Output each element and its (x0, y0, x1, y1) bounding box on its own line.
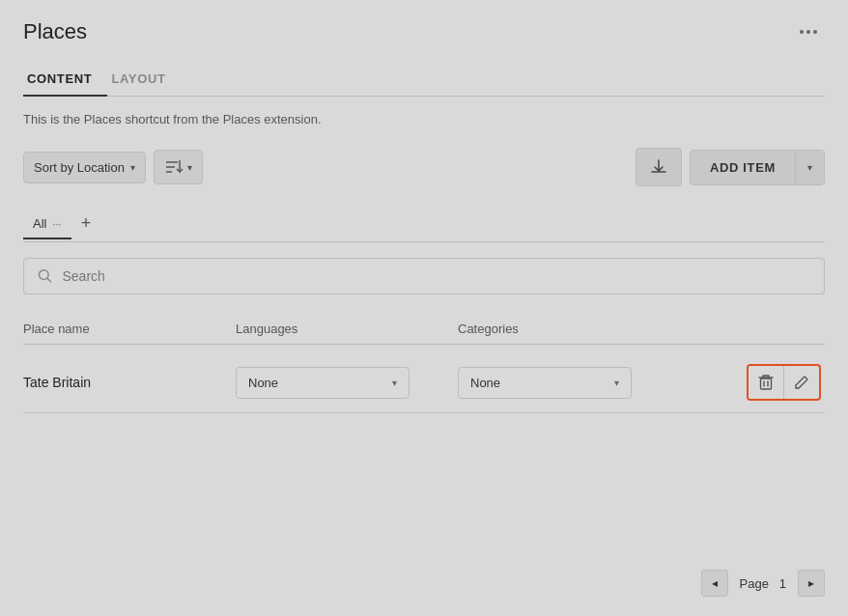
tab-content[interactable]: CONTENT (23, 62, 107, 96)
edit-icon (794, 375, 809, 390)
prev-page-button[interactable]: ◂ (701, 570, 728, 597)
languages-select[interactable]: None ▾ (236, 367, 410, 399)
row-actions (680, 364, 825, 401)
table-header: Place name Languages Categories (23, 314, 825, 345)
download-icon (650, 158, 667, 176)
tab-layout[interactable]: LAYOUT (107, 62, 181, 96)
pagination: ◂ Page 1 ▸ (23, 554, 825, 597)
col-place-name: Place name (23, 322, 236, 336)
add-category-button[interactable]: + (71, 206, 101, 241)
cell-languages: None ▾ (236, 367, 458, 399)
table-row: Tate Britain None ▾ None ▾ (23, 352, 825, 413)
delete-button[interactable] (749, 366, 784, 399)
description: This is the Places shortcut from the Pla… (23, 112, 825, 126)
trash-icon (758, 374, 774, 391)
page-title: Places (23, 19, 87, 44)
cell-categories: None ▾ (458, 367, 680, 399)
add-item-group: ADD ITEM ▾ (690, 150, 825, 185)
more-options-button[interactable] (792, 26, 825, 38)
header: Places (23, 19, 825, 44)
chevron-right-icon: ▸ (808, 576, 814, 590)
search-input[interactable] (62, 268, 810, 284)
col-actions (680, 322, 825, 336)
categories-select[interactable]: None ▾ (458, 367, 632, 399)
toolbar: Sort by Location ▾ ▾ (23, 148, 825, 186)
toolbar-right: ADD ITEM ▾ (636, 148, 825, 186)
download-button[interactable] (636, 148, 682, 186)
search-bar (23, 258, 825, 294)
sort-order-button[interactable]: ▾ (154, 150, 203, 184)
category-tab-dots[interactable]: ··· (52, 218, 61, 230)
page-info: Page 1 (740, 576, 786, 591)
svg-rect-5 (761, 378, 772, 389)
col-categories: Categories (458, 322, 680, 336)
categories-chevron-icon: ▾ (614, 378, 619, 388)
sort-dropdown[interactable]: Sort by Location ▾ (23, 152, 146, 183)
add-item-dropdown-icon: ▾ (807, 162, 812, 173)
add-item-button[interactable]: ADD ITEM (691, 151, 796, 184)
next-page-button[interactable]: ▸ (798, 570, 825, 597)
chevron-left-icon: ◂ (712, 576, 718, 590)
category-tab-all[interactable]: All ··· (23, 209, 71, 238)
search-icon (38, 268, 52, 284)
edit-button[interactable] (784, 367, 819, 398)
sort-order-chevron-icon: ▾ (187, 162, 192, 173)
col-languages: Languages (236, 322, 458, 336)
sort-order-icon (164, 158, 184, 176)
sort-chevron-icon: ▾ (130, 162, 135, 173)
action-button-group (747, 364, 821, 401)
svg-line-4 (47, 278, 50, 281)
category-tabs: All ··· + (23, 206, 825, 242)
tabs: CONTENT LAYOUT (23, 62, 825, 97)
toolbar-left: Sort by Location ▾ ▾ (23, 150, 203, 184)
sort-label: Sort by Location (34, 160, 125, 175)
add-item-chevron-button[interactable]: ▾ (796, 151, 824, 184)
cell-place-name: Tate Britain (23, 375, 236, 390)
languages-chevron-icon: ▾ (392, 378, 397, 388)
